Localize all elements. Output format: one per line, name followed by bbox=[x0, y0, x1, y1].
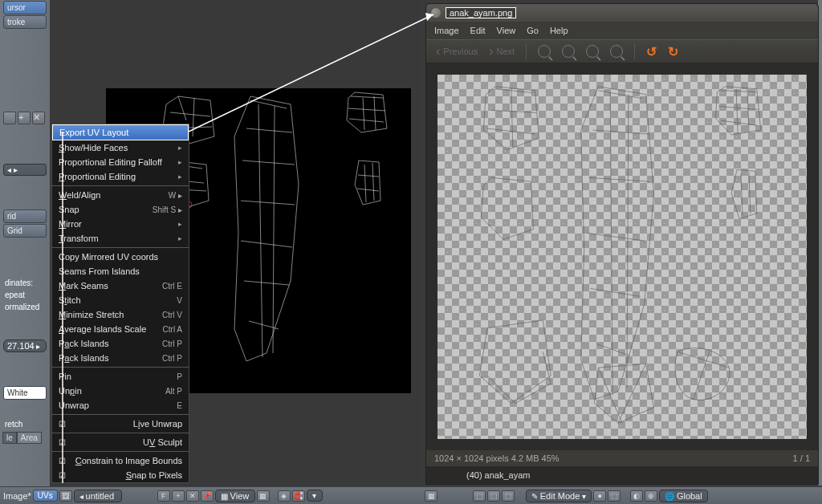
zoom-in-button[interactable] bbox=[535, 43, 554, 59]
3dview-header: ▦ ⬚ ⬚ ⬚ ✎ Edit Mode ▾ ● ⬚ ◐ ⊕ 🌐 Global bbox=[421, 486, 822, 504]
toolbar-icon[interactable]: ✕ bbox=[186, 490, 199, 502]
rotate-right-button[interactable]: ↻ bbox=[665, 43, 682, 61]
editor-type-icon[interactable]: ▦ bbox=[425, 490, 437, 502]
menu-item-mirror[interactable]: Mirror▸ bbox=[52, 217, 189, 231]
mode-icon[interactable]: ⬚ bbox=[502, 490, 515, 502]
viewer-statusbar: 1024 × 1024 pixels 4.2 MB 45% 1 / 1 bbox=[426, 450, 818, 466]
previous-label: Previous bbox=[443, 47, 478, 56]
angle-tab[interactable]: le bbox=[2, 432, 17, 444]
display-icon[interactable]: ● bbox=[593, 490, 606, 502]
zoom-fit-button[interactable] bbox=[607, 43, 626, 59]
menu-item-proportional-editing-falloff[interactable]: Proportional Editing Falloff▸ bbox=[52, 155, 189, 169]
menu-item-pack-islands[interactable]: Pack IslandsCtrl P bbox=[52, 351, 189, 365]
menu-item-pack-islands[interactable]: Pack IslandsCtrl P bbox=[52, 336, 189, 351]
menu-item-unpin[interactable]: UnpinAlt P bbox=[52, 384, 189, 398]
stroke-option[interactable]: troke bbox=[3, 15, 47, 29]
menu-item-live-unwrap[interactable]: Live Unwrap bbox=[52, 417, 189, 431]
normalized-label: ormalized bbox=[5, 303, 45, 311]
menu-item-show-hide-faces[interactable]: Show/Hide Faces▸ bbox=[52, 140, 189, 155]
next-button[interactable]: › Next bbox=[486, 43, 518, 60]
menu-item-stitch[interactable]: StitchV bbox=[52, 293, 189, 307]
pin-icon[interactable]: 📌 bbox=[201, 490, 214, 502]
menu-item-minimize-stretch[interactable]: Minimize StretchCtrl V bbox=[52, 307, 189, 322]
viewer-menubar: Image Edit View Go Help bbox=[426, 22, 818, 39]
mode-dropdown[interactable]: ✎ Edit Mode ▾ bbox=[526, 490, 592, 502]
menu-item-pin[interactable]: PinP bbox=[52, 369, 189, 384]
rotate-left-icon: ↺ bbox=[646, 44, 657, 59]
menu-item-seams-from-islands[interactable]: Seams From Islands bbox=[52, 264, 189, 278]
separator bbox=[634, 43, 635, 59]
rotate-left-button[interactable]: ↺ bbox=[643, 43, 660, 61]
pivot-icon[interactable]: ⊕ bbox=[645, 490, 657, 502]
zoom-out-icon bbox=[562, 45, 575, 58]
window-title: anak_ayam.png bbox=[446, 7, 516, 18]
coordinates-label: dinates: bbox=[5, 278, 45, 287]
snap-dropdown[interactable]: ▾ bbox=[307, 490, 323, 502]
menu-item-export-uv-layout[interactable]: Export UV Layout bbox=[52, 124, 189, 140]
grid-option[interactable]: Grid bbox=[3, 224, 47, 238]
menu-item-snap[interactable]: SnapShift S ▸ bbox=[52, 202, 189, 217]
menu-help[interactable]: Help bbox=[550, 26, 568, 35]
next-label: Next bbox=[496, 47, 515, 56]
image-info: 1024 × 1024 pixels 4.2 MB 45% bbox=[434, 453, 560, 463]
uvs-menu-button[interactable]: UVs bbox=[33, 490, 58, 502]
chevron-right-icon: › bbox=[489, 44, 493, 59]
shading-icon[interactable]: ◐ bbox=[630, 490, 643, 502]
separator bbox=[526, 43, 527, 59]
menu-image[interactable]: Image bbox=[434, 26, 459, 35]
coord-field[interactable]: 27.104 ▸ bbox=[3, 339, 47, 352]
viewer-toolbar: ‹ Previous › Next ↺ ↻ bbox=[426, 39, 818, 63]
zoom-out-button[interactable] bbox=[559, 43, 578, 59]
chevron-left-icon: ‹ bbox=[436, 44, 440, 59]
menu-item-constrain-to-image-bounds[interactable]: Constrain to Image Bounds bbox=[52, 453, 189, 468]
menu-item-mark-seams[interactable]: Mark SeamsCtrl E bbox=[52, 278, 189, 293]
mode-icon[interactable]: ⬚ bbox=[473, 490, 486, 502]
image-canvas bbox=[437, 75, 807, 439]
toolbar-icon[interactable]: F bbox=[157, 490, 170, 502]
image-count: 1 / 1 bbox=[793, 453, 810, 463]
dropdown[interactable]: ◂ ▸ bbox=[3, 164, 47, 176]
menu-item-average-islands-scale[interactable]: Average Islands ScaleCtrl A bbox=[52, 322, 189, 336]
white-swatch[interactable]: White bbox=[3, 386, 47, 400]
cursor-option[interactable]: ursor bbox=[3, 1, 47, 14]
menu-edit[interactable]: Edit bbox=[470, 26, 486, 35]
thumbnail-label: (40) anak_ayam bbox=[466, 470, 531, 480]
channel-icon[interactable]: ▦ bbox=[257, 490, 270, 502]
snap-icon[interactable]: 🧲 bbox=[292, 490, 305, 502]
uv-select-icon[interactable]: ◈ bbox=[278, 490, 291, 502]
menu-item-uv-sculpt[interactable]: UV Sculpt bbox=[52, 435, 189, 449]
orientation-dropdown[interactable]: 🌐 Global bbox=[659, 490, 708, 502]
zoom-fit-icon bbox=[610, 45, 623, 58]
panel-icon[interactable] bbox=[3, 112, 16, 124]
viewer-titlebar[interactable]: anak_ayam.png bbox=[426, 4, 818, 22]
menu-item-proportional-editing[interactable]: Proportional Editing▸ bbox=[52, 169, 189, 184]
previous-button[interactable]: ‹ Previous bbox=[433, 43, 481, 60]
viewer-body[interactable] bbox=[426, 63, 818, 450]
zoom-in-icon bbox=[538, 45, 551, 58]
menu-item-snap-to-pixels[interactable]: Snap to Pixels bbox=[52, 468, 189, 482]
view-dropdown[interactable]: ▦ View bbox=[215, 490, 255, 502]
menu-item-copy-mirrored-uv-coords[interactable]: Copy Mirrored UV coords bbox=[52, 250, 189, 264]
panel-icon[interactable]: + bbox=[18, 112, 31, 124]
display-icon[interactable]: ⬚ bbox=[608, 490, 621, 502]
menu-item-weld-align[interactable]: Weld/AlignW ▸ bbox=[52, 188, 189, 202]
menu-item-unwrap[interactable]: UnwrapE bbox=[52, 398, 189, 413]
zoom-100-button[interactable] bbox=[583, 43, 602, 59]
grid-option[interactable]: rid bbox=[3, 209, 47, 223]
image-name-field[interactable]: ◂ untitled bbox=[74, 490, 122, 502]
menu-view[interactable]: View bbox=[497, 26, 516, 35]
image-menu[interactable]: Image* bbox=[3, 491, 31, 501]
image-viewer-window: anak_ayam.png Image Edit View Go Help ‹ … bbox=[425, 3, 819, 485]
uvs-menu-popup: Export UV LayoutShow/Hide Faces▸Proporti… bbox=[51, 124, 189, 483]
mode-icon[interactable]: ⬚ bbox=[487, 490, 500, 502]
close-icon[interactable] bbox=[431, 8, 441, 18]
menu-go[interactable]: Go bbox=[527, 26, 539, 35]
stretch-label: retch bbox=[5, 420, 45, 429]
menu-item-transform[interactable]: Transform▸ bbox=[52, 231, 189, 246]
toolbar-icon[interactable]: + bbox=[172, 490, 185, 502]
viewer-footer: (40) anak_ayam bbox=[426, 466, 818, 484]
area-tab[interactable]: Area bbox=[17, 432, 42, 444]
image-browse-icon[interactable]: 🖼 bbox=[59, 490, 72, 502]
rotate-right-icon: ↻ bbox=[668, 44, 678, 59]
panel-icon[interactable]: ✕ bbox=[32, 112, 45, 124]
